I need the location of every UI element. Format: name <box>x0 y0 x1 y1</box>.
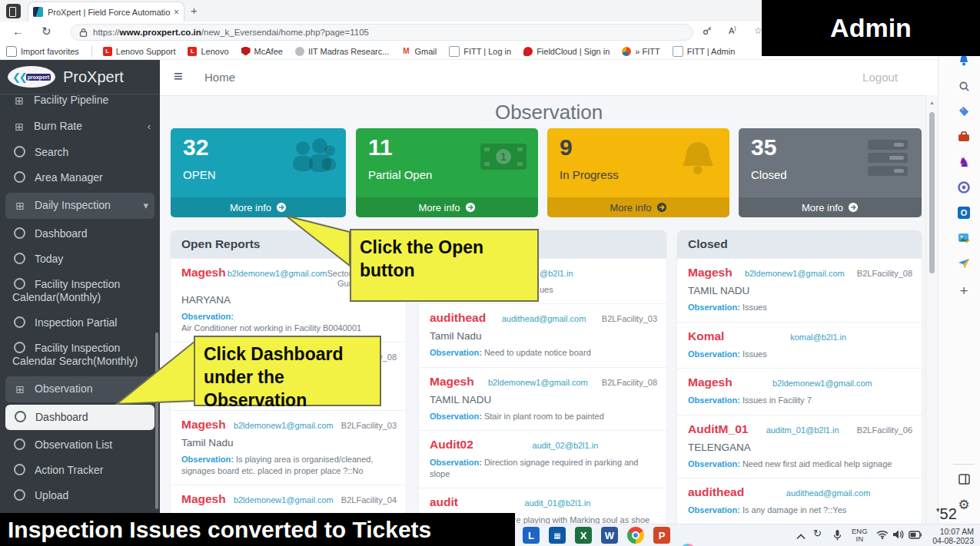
radio-circle-icon <box>14 316 25 328</box>
proxpert-logo: ❮❮proxpert <box>8 66 55 88</box>
add-sidebar-item-icon[interactable]: + <box>955 283 972 299</box>
radio-circle-icon <box>14 146 25 157</box>
drop-paper-plane-icon[interactable] <box>955 255 972 272</box>
report-item: Audit02 audit_02@b2l1.in Observation: Di… <box>419 430 666 488</box>
report-item: AuditM_01 auditm_01@b2l1.in B2LFacility_… <box>677 415 922 478</box>
page-scrollbar[interactable]: ▲ <box>925 95 938 524</box>
card-progress-more-info[interactable]: More info <box>547 197 729 217</box>
word-icon[interactable]: W <box>601 527 618 544</box>
bookmark-iit-madras[interactable]: IIT Madras Researc... <box>295 47 390 56</box>
radio-circle-icon <box>14 438 25 450</box>
bookmark-fieldcloud[interactable]: FieldCloud | Sign in <box>523 47 610 56</box>
lock-icon <box>79 28 88 37</box>
search-icon[interactable] <box>955 78 972 94</box>
sidebar-item-upload[interactable]: Upload <box>0 483 160 508</box>
chevron-down-icon: ▾ <box>143 199 148 212</box>
card-progress-label: In Progress <box>560 168 619 181</box>
clock-date[interactable]: 10:07 AM04-08-2023 <box>925 527 974 545</box>
plus-square-icon: ⊞ <box>13 383 27 396</box>
speaker-icon[interactable] <box>892 529 904 542</box>
sidebar-item-search[interactable]: Search <box>0 140 160 165</box>
settings-gear-icon[interactable]: ⚙ <box>955 496 972 513</box>
radio-circle-icon <box>14 227 25 239</box>
tab-close-icon[interactable]: × <box>174 7 179 18</box>
browser-tab[interactable]: ProXpert | Field Force Automation × <box>28 2 184 22</box>
sidebar-item-facility-inspection-calendar-search[interactable]: Facility Inspection Calendar Search(Mont… <box>0 336 160 374</box>
excel-icon[interactable]: X <box>575 527 592 544</box>
sidebar-item-dashboard-daily[interactable]: Dashboard <box>0 221 160 247</box>
report-item: audithead audithead@gmail.com Observatio… <box>677 478 922 524</box>
battery-icon[interactable] <box>909 530 922 541</box>
card-open-more-info[interactable]: More info <box>171 197 346 217</box>
language-indicator[interactable]: ENGIN <box>852 528 868 543</box>
hamburger-menu-icon[interactable]: ≡ <box>174 68 183 85</box>
card-closed-more-info[interactable]: More info <box>739 197 922 217</box>
sidebar-item-area-manager[interactable]: Area Manager <box>0 165 160 190</box>
sidebar-item-observation-list[interactable]: Observation List <box>0 432 160 458</box>
chrome-icon[interactable] <box>627 527 644 544</box>
radio-circle-icon <box>14 489 25 501</box>
app-navbar: ≡ Home Logout <box>160 60 938 96</box>
powerpoint-icon[interactable]: P <box>653 527 670 544</box>
sync-icon[interactable]: ↻ <box>813 528 822 539</box>
bookmark-fitt-login[interactable]: FITT | Log in <box>449 46 511 57</box>
bookmark-mcafee[interactable]: McAfee <box>241 47 283 56</box>
microsoft365-icon[interactable] <box>955 179 972 196</box>
tab-actions-icon[interactable] <box>6 4 21 18</box>
radio-circle-icon <box>14 253 25 264</box>
bookmark-lenovo[interactable]: LLenovo <box>188 47 228 56</box>
nav-home-link[interactable]: Home <box>204 71 235 84</box>
plus-square-icon: ⊞ <box>12 121 26 134</box>
back-icon[interactable]: ← <box>12 25 24 38</box>
sidebar-item-today[interactable]: Today <box>0 247 160 272</box>
refresh-icon[interactable]: ↻ <box>42 25 51 38</box>
nav-logout-link[interactable]: Logout <box>862 71 898 84</box>
address-bar[interactable]: https://www.proxpert.co.in/new_k_Eversen… <box>71 24 693 41</box>
arrow-circle-icon <box>848 202 859 213</box>
sidebar-item-observation[interactable]: ⊞Observation▾ <box>5 376 154 402</box>
bookmark-lenovo-support[interactable]: LLenovo Support <box>103 47 176 56</box>
lenovo-vantage-icon[interactable]: L <box>523 527 540 544</box>
svg-text:1: 1 <box>500 151 507 163</box>
server-stack-icon <box>862 137 912 179</box>
read-aloud-icon[interactable]: A) <box>729 25 736 35</box>
scroll-count-badge: ▾52 <box>936 505 957 523</box>
fitt-icon <box>622 47 631 56</box>
money-bill-icon: 1 <box>478 137 529 176</box>
microphone-icon[interactable] <box>833 529 842 544</box>
bookmark-gmail[interactable]: MGmail <box>401 47 437 56</box>
microsoft-store-icon[interactable]: ▦ <box>549 527 566 544</box>
password-key-icon[interactable] <box>703 25 713 35</box>
sidebar-item-action-tracker[interactable]: Action Tracker <box>0 458 160 483</box>
page-title: Observation <box>160 101 938 124</box>
tray-expand-chevron-icon[interactable] <box>796 531 806 542</box>
sidebar-item-facility-inspection-calendar[interactable]: Facility Inspection Calendar(Monthly) <box>0 272 160 310</box>
scroll-up-arrow-icon[interactable]: ▲ <box>929 100 935 105</box>
report-item: Magesh b2ldemonew1@gmail.com B2LFacility… <box>677 258 922 322</box>
sidebar-item-dashboard-observation[interactable]: Dashboard <box>5 405 154 430</box>
outlook-icon[interactable]: O <box>955 204 972 221</box>
bookmark-fitt-admin[interactable]: FITT | Admin <box>673 46 736 57</box>
card-partial-value: 11 <box>368 134 393 160</box>
sidebar-item-daily-inspection[interactable]: ⊞Daily Inspection▾ <box>5 193 154 219</box>
sidebar-item-facility-pipeline[interactable]: ⊞Facility Pipeline <box>0 88 160 114</box>
generic-favicon <box>295 47 304 56</box>
wifi-icon[interactable] <box>876 530 889 541</box>
sidebar-panel-icon[interactable] <box>955 471 972 488</box>
scrollbar-thumb[interactable] <box>929 112 935 273</box>
toolbox-icon[interactable] <box>955 128 972 145</box>
shopping-tag-icon[interactable] <box>955 103 972 120</box>
bookmark-import-favorites[interactable]: Import favorites <box>6 46 79 57</box>
sidebar-item-burn-rate[interactable]: ⊞Burn Rate‹ <box>0 114 160 140</box>
sidebar-scrollbar[interactable] <box>155 333 158 509</box>
lenovo-icon: L <box>188 47 197 56</box>
new-tab-button[interactable]: + <box>191 4 198 17</box>
bookmark-fitt[interactable]: » FITT <box>622 47 659 56</box>
designer-image-icon[interactable] <box>955 230 972 247</box>
card-open: 32 OPEN More info <box>171 128 346 217</box>
sidebar-item-inspection-partial[interactable]: Inspection Partial <box>0 310 160 336</box>
games-chess-icon[interactable]: ♞ <box>955 154 972 170</box>
card-closed-value: 35 <box>751 134 776 160</box>
card-partial-open: 11 Partial Open 1 More info <box>356 128 538 217</box>
card-partial-more-info[interactable]: More info <box>356 197 538 217</box>
